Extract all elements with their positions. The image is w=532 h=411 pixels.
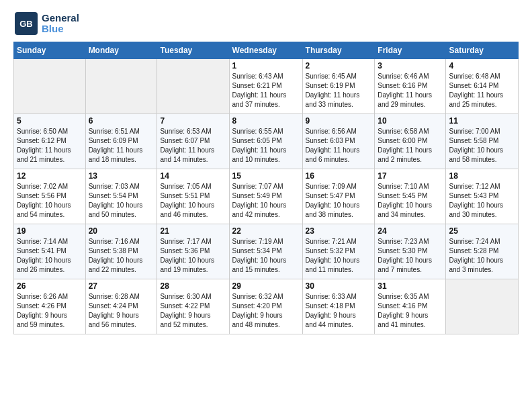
day-cell: 13Sunrise: 7:03 AM Sunset: 5:54 PM Dayli…: [85, 169, 157, 224]
day-cell: 11Sunrise: 7:00 AM Sunset: 5:58 PM Dayli…: [446, 114, 519, 169]
day-info: Sunrise: 6:46 AM Sunset: 6:16 PM Dayligh…: [378, 72, 443, 109]
day-info: Sunrise: 7:00 AM Sunset: 5:58 PM Dayligh…: [449, 127, 515, 165]
day-cell: 21Sunrise: 7:17 AM Sunset: 5:36 PM Dayli…: [157, 224, 229, 279]
day-info: Sunrise: 7:03 AM Sunset: 5:54 PM Dayligh…: [89, 182, 154, 220]
day-cell: [85, 59, 157, 114]
day-info: Sunrise: 6:45 AM Sunset: 6:19 PM Dayligh…: [306, 72, 372, 109]
day-number: 3: [378, 61, 443, 71]
day-cell: 22Sunrise: 7:19 AM Sunset: 5:34 PM Dayli…: [229, 224, 302, 279]
day-cell: 8Sunrise: 6:55 AM Sunset: 6:05 PM Daylig…: [229, 114, 302, 169]
day-cell: 25Sunrise: 7:24 AM Sunset: 5:28 PM Dayli…: [446, 224, 519, 279]
svg-text:GB: GB: [19, 19, 33, 29]
day-cell: 12Sunrise: 7:02 AM Sunset: 5:56 PM Dayli…: [14, 169, 86, 224]
week-row-3: 12Sunrise: 7:02 AM Sunset: 5:56 PM Dayli…: [14, 169, 519, 224]
day-info: Sunrise: 7:07 AM Sunset: 5:49 PM Dayligh…: [232, 182, 300, 220]
day-cell: 28Sunrise: 6:30 AM Sunset: 4:22 PM Dayli…: [157, 279, 229, 334]
day-number: 8: [232, 116, 300, 126]
day-info: Sunrise: 6:43 AM Sunset: 6:21 PM Dayligh…: [232, 72, 300, 109]
day-info: Sunrise: 7:23 AM Sunset: 5:30 PM Dayligh…: [378, 237, 443, 275]
day-cell: 14Sunrise: 7:05 AM Sunset: 5:51 PM Dayli…: [157, 169, 229, 224]
day-info: Sunrise: 7:05 AM Sunset: 5:51 PM Dayligh…: [160, 182, 226, 220]
day-info: Sunrise: 6:53 AM Sunset: 6:07 PM Dayligh…: [160, 127, 226, 165]
day-cell: 4Sunrise: 6:48 AM Sunset: 6:14 PM Daylig…: [446, 59, 519, 114]
day-number: 17: [378, 171, 443, 181]
day-number: 20: [89, 226, 154, 236]
header-tuesday: Tuesday: [157, 42, 229, 59]
day-cell: 2Sunrise: 6:45 AM Sunset: 6:19 PM Daylig…: [302, 59, 375, 114]
header-saturday: Saturday: [446, 42, 519, 59]
day-number: 9: [306, 116, 372, 126]
day-number: 10: [378, 116, 443, 126]
logo-line1: General: [42, 13, 79, 24]
day-cell: [446, 279, 519, 334]
week-row-1: 1Sunrise: 6:43 AM Sunset: 6:21 PM Daylig…: [14, 59, 519, 114]
logo: GB General Blue: [13, 11, 79, 36]
day-cell: [14, 59, 86, 114]
day-cell: 17Sunrise: 7:10 AM Sunset: 5:45 PM Dayli…: [375, 169, 446, 224]
day-cell: 6Sunrise: 6:51 AM Sunset: 6:09 PM Daylig…: [85, 114, 157, 169]
day-cell: 27Sunrise: 6:28 AM Sunset: 4:24 PM Dayli…: [85, 279, 157, 334]
day-info: Sunrise: 7:10 AM Sunset: 5:45 PM Dayligh…: [378, 182, 443, 220]
day-cell: 15Sunrise: 7:07 AM Sunset: 5:49 PM Dayli…: [229, 169, 302, 224]
day-cell: 20Sunrise: 7:16 AM Sunset: 5:38 PM Dayli…: [85, 224, 157, 279]
day-number: 31: [378, 281, 443, 291]
header-sunday: Sunday: [14, 42, 86, 59]
week-row-2: 5Sunrise: 6:50 AM Sunset: 6:12 PM Daylig…: [14, 114, 519, 169]
week-row-4: 19Sunrise: 7:14 AM Sunset: 5:41 PM Dayli…: [14, 224, 519, 279]
day-info: Sunrise: 6:33 AM Sunset: 4:18 PM Dayligh…: [306, 292, 372, 330]
day-number: 12: [17, 171, 83, 181]
header-friday: Friday: [375, 42, 446, 59]
day-info: Sunrise: 6:35 AM Sunset: 4:16 PM Dayligh…: [378, 292, 443, 330]
day-cell: 31Sunrise: 6:35 AM Sunset: 4:16 PM Dayli…: [375, 279, 446, 334]
day-cell: 16Sunrise: 7:09 AM Sunset: 5:47 PM Dayli…: [302, 169, 375, 224]
day-number: 23: [306, 226, 372, 236]
day-info: Sunrise: 7:24 AM Sunset: 5:28 PM Dayligh…: [449, 237, 515, 275]
day-info: Sunrise: 6:50 AM Sunset: 6:12 PM Dayligh…: [17, 127, 83, 165]
day-info: Sunrise: 7:21 AM Sunset: 5:32 PM Dayligh…: [306, 237, 372, 275]
day-number: 28: [160, 281, 226, 291]
day-number: 21: [160, 226, 226, 236]
day-cell: 10Sunrise: 6:58 AM Sunset: 6:00 PM Dayli…: [375, 114, 446, 169]
day-number: 5: [17, 116, 83, 126]
header-monday: Monday: [85, 42, 157, 59]
calendar-header-row: SundayMondayTuesdayWednesdayThursdayFrid…: [14, 42, 519, 59]
day-info: Sunrise: 7:19 AM Sunset: 5:34 PM Dayligh…: [232, 237, 300, 275]
day-cell: 19Sunrise: 7:14 AM Sunset: 5:41 PM Dayli…: [14, 224, 86, 279]
day-info: Sunrise: 7:09 AM Sunset: 5:47 PM Dayligh…: [306, 182, 372, 220]
day-number: 1: [232, 61, 300, 71]
day-number: 11: [449, 116, 515, 126]
header-thursday: Thursday: [302, 42, 375, 59]
day-info: Sunrise: 6:55 AM Sunset: 6:05 PM Dayligh…: [232, 127, 300, 165]
header: GB General Blue: [13, 11, 519, 36]
calendar: SundayMondayTuesdayWednesdayThursdayFrid…: [13, 42, 519, 334]
day-number: 25: [449, 226, 515, 236]
day-number: 6: [89, 116, 154, 126]
day-cell: 23Sunrise: 7:21 AM Sunset: 5:32 PM Dayli…: [302, 224, 375, 279]
day-info: Sunrise: 6:51 AM Sunset: 6:09 PM Dayligh…: [89, 127, 154, 165]
day-info: Sunrise: 6:32 AM Sunset: 4:20 PM Dayligh…: [232, 292, 300, 330]
day-info: Sunrise: 7:17 AM Sunset: 5:36 PM Dayligh…: [160, 237, 226, 275]
day-number: 27: [89, 281, 154, 291]
day-number: 18: [449, 171, 515, 181]
day-number: 14: [160, 171, 226, 181]
day-number: 4: [449, 61, 515, 71]
day-number: 2: [306, 61, 372, 71]
day-info: Sunrise: 6:28 AM Sunset: 4:24 PM Dayligh…: [89, 292, 154, 330]
day-info: Sunrise: 6:58 AM Sunset: 6:00 PM Dayligh…: [378, 127, 443, 165]
day-number: 16: [306, 171, 372, 181]
day-cell: 26Sunrise: 6:26 AM Sunset: 4:26 PM Dayli…: [14, 279, 86, 334]
day-cell: 7Sunrise: 6:53 AM Sunset: 6:07 PM Daylig…: [157, 114, 229, 169]
day-number: 15: [232, 171, 300, 181]
day-cell: 29Sunrise: 6:32 AM Sunset: 4:20 PM Dayli…: [229, 279, 302, 334]
week-row-5: 26Sunrise: 6:26 AM Sunset: 4:26 PM Dayli…: [14, 279, 519, 334]
day-cell: 1Sunrise: 6:43 AM Sunset: 6:21 PM Daylig…: [229, 59, 302, 114]
day-info: Sunrise: 7:14 AM Sunset: 5:41 PM Dayligh…: [17, 237, 83, 275]
day-cell: [157, 59, 229, 114]
day-info: Sunrise: 6:30 AM Sunset: 4:22 PM Dayligh…: [160, 292, 226, 330]
day-cell: 3Sunrise: 6:46 AM Sunset: 6:16 PM Daylig…: [375, 59, 446, 114]
day-info: Sunrise: 7:02 AM Sunset: 5:56 PM Dayligh…: [17, 182, 83, 220]
day-number: 26: [17, 281, 83, 291]
day-cell: 9Sunrise: 6:56 AM Sunset: 6:03 PM Daylig…: [302, 114, 375, 169]
day-number: 7: [160, 116, 226, 126]
day-number: 24: [378, 226, 443, 236]
